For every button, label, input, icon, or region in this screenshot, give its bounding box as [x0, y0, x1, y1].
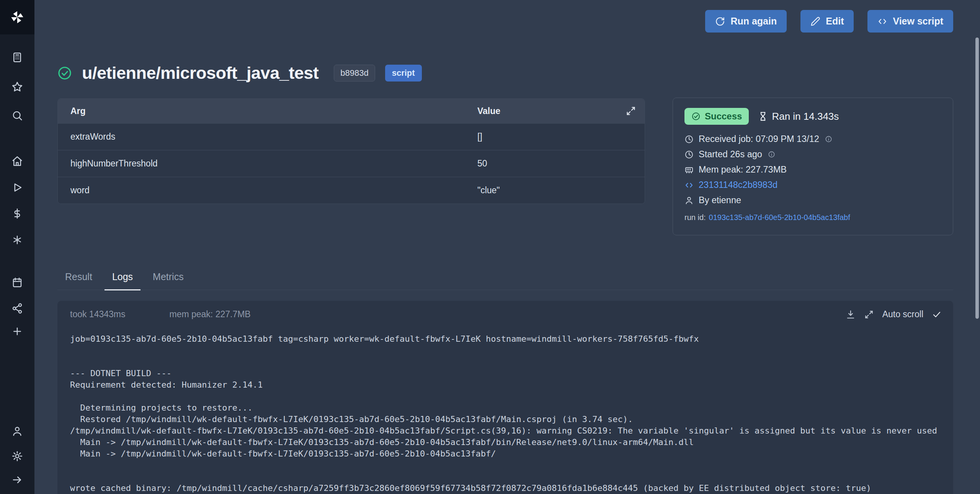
- check-icon[interactable]: [932, 310, 942, 320]
- tab[interactable]: Result: [57, 271, 100, 290]
- received-row: Received job: 07:09 PM 13/12: [684, 134, 941, 144]
- arg-name: highNumberThreshold: [58, 158, 477, 169]
- page-title: u/etienne/microsoft_java_test: [82, 63, 318, 83]
- status-card: Success Ran in 14.343s Received job: 07:…: [673, 98, 953, 235]
- mem-peak-label: Mem peak: 227.73MB: [699, 165, 787, 175]
- log-line: /tmp/windmill/wk-default-fbwfx-L7IeK/019…: [70, 425, 953, 437]
- play-icon[interactable]: [7, 178, 27, 197]
- sidebar: [0, 0, 34, 494]
- script-type-badge[interactable]: script: [385, 65, 422, 82]
- page-scrollbar[interactable]: [975, 37, 979, 319]
- dollar-icon[interactable]: [7, 204, 27, 223]
- table-row: highNumberThreshold 50: [58, 150, 645, 177]
- log-line: Restored /tmp/windmill/wk-default-fbwfx-…: [70, 414, 953, 425]
- info-icon[interactable]: [768, 151, 775, 158]
- tab[interactable]: Metrics: [145, 271, 191, 290]
- table-row: word "clue": [58, 177, 645, 204]
- action-toolbar: Run again Edit View script: [57, 10, 953, 33]
- received-label: Received job: 07:09 PM 13/12: [699, 134, 819, 144]
- arg-name: word: [58, 185, 477, 196]
- log-line: Requirement detected: Humanizer 2.14.1: [70, 379, 953, 391]
- pencil-icon: [810, 16, 820, 26]
- arrow-right-icon[interactable]: [7, 471, 27, 489]
- log-line: [70, 356, 953, 368]
- log-line: Determining projects to restore...: [70, 402, 953, 414]
- args-table: Arg Value extraWords [] highNumberThresh…: [57, 98, 645, 204]
- run-again-button[interactable]: Run again: [705, 10, 787, 33]
- auto-scroll-label: Auto scroll: [882, 309, 923, 320]
- run-id-label: run id:: [684, 213, 706, 222]
- run-id-row: run id:0193c135-ab7d-60e5-2b10-04b5ac13f…: [684, 213, 941, 222]
- log-lines: job=0193c135-ab7d-60e5-2b10-04b5ac13fabf…: [57, 323, 953, 494]
- download-icon[interactable]: [846, 310, 856, 320]
- commit-link[interactable]: 23131148c2b8983d: [699, 180, 777, 190]
- refresh-icon: [715, 16, 725, 26]
- plus-icon[interactable]: [7, 322, 27, 341]
- view-script-label: View script: [893, 16, 943, 27]
- settings-icon[interactable]: [7, 447, 27, 465]
- arg-value: 50: [477, 158, 645, 169]
- arg-value: []: [477, 132, 645, 142]
- arg-name: extraWords: [58, 132, 477, 142]
- log-line: Main -> /tmp/windmill/wk-default-fbwfx-L…: [70, 448, 953, 460]
- windmill-logo[interactable]: [0, 0, 34, 34]
- args-table-body: extraWords [] highNumberThreshold 50 wor…: [58, 123, 645, 204]
- commit-row: 23131148c2b8983d: [684, 180, 941, 190]
- hash-badge[interactable]: b8983d: [334, 65, 375, 82]
- search-icon[interactable]: [7, 106, 27, 125]
- flow-icon[interactable]: [7, 299, 27, 318]
- star-icon[interactable]: [7, 78, 27, 96]
- edit-button[interactable]: Edit: [800, 10, 854, 33]
- clock-icon: [684, 150, 694, 159]
- clock-icon: [684, 135, 694, 144]
- resources-icon[interactable]: [7, 231, 27, 249]
- run-again-label: Run again: [730, 16, 777, 27]
- args-table-header: Arg Value: [58, 99, 645, 123]
- maximize-icon[interactable]: [864, 310, 874, 320]
- log-line: Main -> /tmp/windmill/wk-default-fbwfx-L…: [70, 437, 953, 448]
- edit-label: Edit: [826, 16, 844, 27]
- tab[interactable]: Logs: [105, 271, 140, 290]
- user-icon[interactable]: [7, 422, 27, 440]
- code-icon: [684, 181, 694, 190]
- log-panel: took 14343ms mem peak: 227.7MB Auto scro…: [57, 301, 953, 494]
- main-content: Run again Edit View script u/etienne/mic…: [34, 0, 980, 494]
- check-circle-icon: [57, 66, 72, 80]
- home-icon[interactable]: [7, 152, 27, 170]
- duration: Ran in 14.343s: [758, 111, 839, 122]
- col-header-value: Value: [477, 106, 626, 116]
- expand-args-icon[interactable]: [626, 106, 645, 116]
- hourglass-icon: [758, 111, 768, 121]
- log-panel-header: took 14343ms mem peak: 227.7MB Auto scro…: [57, 301, 953, 323]
- app-root: Run again Edit View script u/etienne/mic…: [0, 0, 980, 494]
- status-badge: Success: [684, 108, 749, 125]
- info-icon[interactable]: [825, 135, 832, 143]
- mem-peak-row: Mem peak: 227.73MB: [684, 165, 941, 175]
- log-line: [70, 345, 953, 356]
- col-header-arg: Arg: [58, 106, 477, 116]
- log-line: --- DOTNET BUILD ---: [70, 368, 953, 379]
- code-icon: [877, 16, 887, 26]
- calculator-icon[interactable]: [7, 48, 27, 67]
- table-row: extraWords []: [58, 123, 645, 150]
- calendar-icon[interactable]: [7, 273, 27, 292]
- log-line: wrote cached binary: /tmp/windmill/cache…: [70, 483, 953, 494]
- check-circle-icon: [691, 112, 701, 121]
- author-label: By etienne: [699, 195, 741, 205]
- memory-icon: [684, 165, 694, 174]
- started-label: Started 26s ago: [699, 149, 762, 160]
- log-line: [70, 391, 953, 402]
- log-line: [70, 471, 953, 483]
- started-row: Started 26s ago: [684, 149, 941, 160]
- mem-peak-log-label: mem peak: 227.7MB: [169, 309, 250, 320]
- user-icon: [684, 196, 694, 205]
- status-badge-label: Success: [705, 111, 742, 122]
- duration-label: Ran in 14.343s: [772, 111, 839, 122]
- arg-value: "clue": [477, 185, 645, 196]
- author-row: By etienne: [684, 195, 941, 205]
- run-id-link[interactable]: 0193c135-ab7d-60e5-2b10-04b5ac13fabf: [709, 213, 850, 222]
- job-header: u/etienne/microsoft_java_test b8983d scr…: [57, 63, 645, 83]
- view-script-button[interactable]: View script: [867, 10, 953, 33]
- took-label: took 14343ms: [70, 309, 125, 320]
- log-line: job=0193c135-ab7d-60e5-2b10-04b5ac13fabf…: [70, 333, 953, 345]
